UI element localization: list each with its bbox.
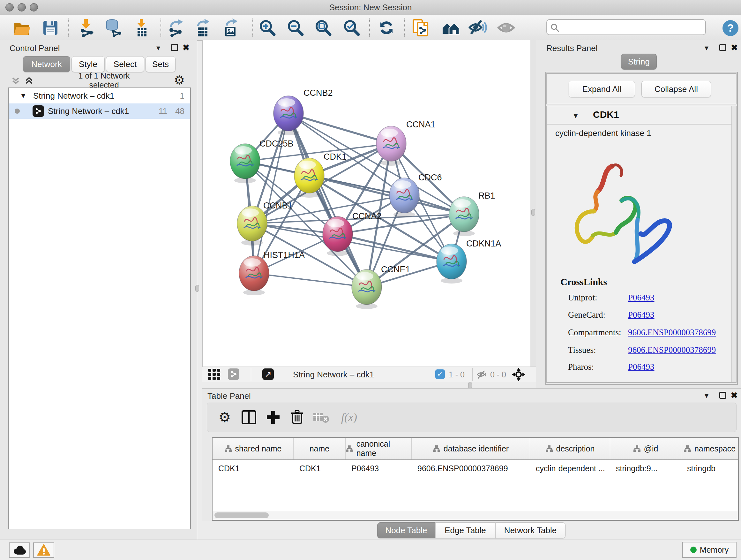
control-panel-maximize-icon[interactable] <box>171 44 178 51</box>
network-node[interactable]: RB1 <box>449 191 495 236</box>
table-settings-gear-icon[interactable]: ⚙ <box>216 409 233 426</box>
share-document-icon[interactable] <box>412 18 430 37</box>
create-column-plus-icon[interactable] <box>265 409 282 426</box>
table-horizontal-scrollbar[interactable] <box>213 511 738 519</box>
table-cell[interactable]: 9606.ENSP00000378699 <box>412 464 530 473</box>
crosslink-label: Compartments: <box>568 327 621 337</box>
results-panel-maximize-icon[interactable] <box>719 44 726 51</box>
expand-all-chevron-icon[interactable] <box>24 76 34 85</box>
zoom-in-icon[interactable] <box>258 18 277 37</box>
network-edge[interactable] <box>254 273 367 287</box>
tab-sets[interactable]: Sets <box>145 56 176 72</box>
network-canvas[interactable]: CCNB2CCNA1CDC25BCDK1CDC6RB1CCNB1CCNA2CDK… <box>202 40 531 367</box>
help-icon[interactable]: ? <box>722 19 740 38</box>
table-cell[interactable]: stringdb:9... <box>610 464 681 473</box>
network-share-icon[interactable] <box>228 368 239 380</box>
tab-node-table[interactable]: Node Table <box>377 522 435 538</box>
collapse-all-chevron-icon[interactable] <box>11 76 20 85</box>
table-cell[interactable]: P06493 <box>346 464 412 473</box>
export-network-icon[interactable] <box>166 18 185 37</box>
tab-string[interactable]: String <box>621 54 657 70</box>
tab-select[interactable]: Select <box>106 56 144 72</box>
import-network-database-icon[interactable] <box>104 18 122 37</box>
table-cell[interactable]: cyclin-dependent ... <box>530 464 610 473</box>
column-header-shared-name[interactable]: shared name <box>212 438 293 459</box>
network-node[interactable]: CDKN1A <box>436 239 501 284</box>
control-panel-float-icon[interactable]: ▾ <box>156 44 160 52</box>
import-table-file-icon[interactable] <box>132 18 151 37</box>
crosslink-link[interactable]: P06493 <box>628 310 655 320</box>
crosslink-link[interactable]: 9606.ENSP00000378699 <box>628 345 716 355</box>
column-header-database-identifier[interactable]: database identifier <box>412 438 530 459</box>
refresh-icon[interactable] <box>377 18 396 37</box>
results-scrollbar[interactable] <box>731 106 736 382</box>
hide-unhide-icon[interactable] <box>468 18 487 37</box>
open-session-icon[interactable] <box>12 18 31 37</box>
expand-all-button[interactable]: Expand All <box>569 81 635 98</box>
memory-button[interactable]: Memory <box>682 542 737 558</box>
network-node[interactable]: CCNE1 <box>352 265 410 309</box>
table-cell[interactable]: CDK1 <box>212 464 293 473</box>
right-splitter-handle[interactable] <box>531 209 535 216</box>
save-session-icon[interactable] <box>41 18 59 37</box>
results-panel-float-icon[interactable]: ▾ <box>704 44 709 52</box>
table-panel-maximize-icon[interactable] <box>719 392 726 399</box>
delete-column-trash-icon[interactable] <box>288 409 306 426</box>
tab-network-table[interactable]: Network Table <box>495 522 565 538</box>
canvas-results-splitter[interactable] <box>530 40 536 367</box>
network-node[interactable]: CDC25B <box>230 139 293 183</box>
import-network-file-icon[interactable] <box>77 18 95 37</box>
network-node-label: CCNB1 <box>263 201 293 210</box>
network-row-selected[interactable]: String Network – cdk1 11 48 <box>9 104 190 119</box>
network-edge[interactable] <box>288 113 391 144</box>
protein-structure-image <box>561 157 677 271</box>
control-panel-tabs: Network Style Select Sets <box>23 56 176 72</box>
gene-collapse-triangle-icon[interactable]: ▼ <box>572 111 580 120</box>
left-splitter-handle[interactable] <box>195 285 199 292</box>
crosslink-link[interactable]: P06493 <box>628 362 655 372</box>
table-cell[interactable]: stringdb <box>681 464 738 473</box>
tab-edge-table[interactable]: Edge Table <box>435 522 495 538</box>
zoom-fit-icon[interactable] <box>314 18 333 37</box>
column-header-namespace[interactable]: namespace <box>681 438 738 459</box>
table-panel-close-icon[interactable]: ✖ <box>731 391 738 399</box>
control-panel-close-icon[interactable]: ✖ <box>183 44 190 52</box>
zoom-out-icon[interactable] <box>286 18 305 37</box>
column-header-canonical-name[interactable]: canonical name <box>346 438 412 459</box>
scrollbar-thumb[interactable] <box>214 512 269 518</box>
crosslink-link[interactable]: 9606.ENSP00000378699 <box>628 327 716 337</box>
table-splitter-handle[interactable] <box>468 382 472 389</box>
table-panel-float-icon[interactable]: ▾ <box>704 392 709 399</box>
collapse-all-button[interactable]: Collapse All <box>642 81 711 98</box>
search-input[interactable] <box>562 21 704 34</box>
column-header-name[interactable]: name <box>293 438 346 459</box>
warnings-button[interactable] <box>33 543 54 558</box>
network-node[interactable]: CCNB1 <box>237 201 293 246</box>
network-options-gear-icon[interactable]: ⚙ <box>174 74 185 86</box>
birdseye-view-icon[interactable]: ↗ <box>262 368 274 380</box>
zoom-selected-icon[interactable] <box>342 18 361 37</box>
table-cell[interactable]: CDK1 <box>293 464 346 473</box>
search-icon <box>550 23 560 33</box>
column-header-description[interactable]: description <box>530 438 610 459</box>
column-header--id[interactable]: @id <box>610 438 681 459</box>
grid-view-icon[interactable] <box>208 369 221 380</box>
network-edge[interactable] <box>288 113 367 287</box>
table-row[interactable]: CDK1CDK1P064939606.ENSP00000378699cyclin… <box>212 460 738 477</box>
export-table-icon[interactable] <box>193 18 212 37</box>
crosslink-link[interactable]: P06493 <box>628 293 655 303</box>
network-collection-row[interactable]: ▼ String Network – cdk1 1 <box>9 88 190 104</box>
export-image-icon[interactable] <box>221 18 240 37</box>
home-networks-icon[interactable] <box>441 18 460 37</box>
show-columns-icon[interactable] <box>240 409 258 426</box>
network-node[interactable]: CCNB2 <box>273 88 333 135</box>
fit-content-crosshair-icon[interactable] <box>512 368 525 381</box>
collection-expand-triangle-icon[interactable]: ▼ <box>20 91 27 100</box>
tab-style[interactable]: Style <box>71 56 105 72</box>
results-panel-close-icon[interactable]: ✖ <box>731 44 738 52</box>
selected-checkbox-icon[interactable]: ✓ <box>435 369 445 379</box>
cloud-services-button[interactable] <box>9 543 30 558</box>
tab-network[interactable]: Network <box>23 56 70 72</box>
network-node[interactable]: HIST1H1A <box>239 250 305 295</box>
network-edge[interactable] <box>254 113 288 273</box>
